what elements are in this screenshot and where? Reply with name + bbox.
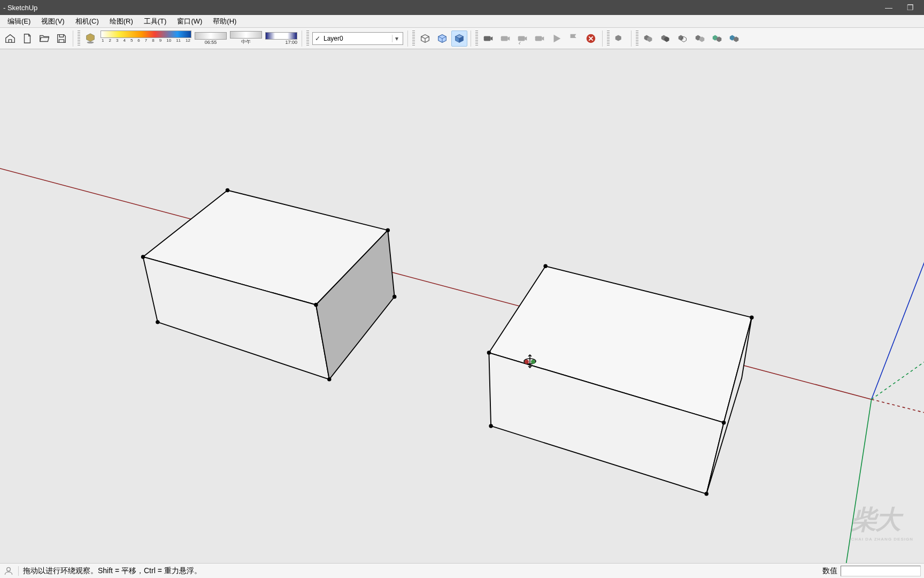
solid-union-button[interactable] — [641, 31, 657, 47]
svg-point-19 — [487, 351, 491, 354]
solid-split-icon — [711, 33, 723, 44]
chevron-down-icon: ▾ — [392, 35, 401, 42]
play-icon — [551, 33, 563, 44]
solid-outer-icon — [728, 33, 740, 44]
scene-add-button[interactable] — [480, 31, 496, 47]
value-input[interactable] — [841, 566, 921, 576]
status-hint: 拖动以进行环绕观察。Shift = 平移，Ctrl = 重力悬浮。 — [18, 566, 822, 576]
cube-transparent-icon — [436, 33, 448, 44]
solid-union-icon — [643, 33, 654, 44]
toolbar: 123456789101112 06:55 中午 17:00 ✓ Layer0 … — [0, 28, 924, 49]
camera-next-icon — [534, 33, 545, 44]
solid-subtract-button[interactable] — [675, 31, 691, 47]
svg-point-28 — [7, 567, 11, 571]
solid-intersect-icon — [660, 33, 672, 44]
solid-trim-button[interactable] — [692, 31, 708, 47]
shadow-time-end[interactable]: 17:00 — [265, 32, 297, 45]
scene-update-button[interactable] — [497, 31, 513, 47]
shadow-time-start[interactable]: 06:55 — [195, 32, 227, 45]
folder-open-icon — [38, 33, 50, 44]
axis-blue — [872, 253, 924, 399]
camera-prev-icon — [517, 33, 528, 44]
layer-selected-label: Layer0 — [324, 35, 392, 42]
camera-icon — [482, 33, 494, 44]
svg-point-22 — [722, 421, 726, 424]
statusbar: 拖动以进行环绕观察。Shift = 平移，Ctrl = 重力悬浮。 数值 — [0, 563, 924, 578]
menu-camera[interactable]: 相机(C) — [70, 16, 104, 27]
cube-outline-icon — [419, 33, 431, 44]
axis-red-neg — [872, 399, 924, 423]
open-file-button[interactable] — [36, 31, 52, 47]
save-file-button[interactable] — [53, 31, 70, 47]
viewport-3d[interactable]: 柴大 CHAI DA ZHANG DESIGN — [0, 49, 924, 563]
svg-point-15 — [392, 295, 396, 299]
shadow-toggle-button[interactable] — [82, 31, 98, 47]
minimize-button[interactable]: — — [878, 0, 899, 15]
delete-icon — [585, 33, 597, 44]
solid-trim-icon — [694, 33, 706, 44]
scene-next-button[interactable] — [532, 31, 548, 47]
file-new-icon — [21, 33, 33, 44]
model-box-left[interactable] — [141, 188, 397, 382]
menu-edit[interactable]: 编辑(E) — [2, 16, 36, 27]
box-group-icon — [614, 33, 626, 44]
svg-point-12 — [314, 303, 318, 307]
new-file-button[interactable] — [19, 31, 35, 47]
axis-green — [845, 399, 872, 563]
svg-point-13 — [156, 320, 159, 324]
shadow-icon — [84, 33, 96, 44]
svg-point-14 — [327, 377, 331, 381]
svg-rect-3 — [518, 36, 525, 41]
cube-solid-icon — [453, 33, 465, 44]
maximize-button[interactable]: ❐ — [899, 0, 921, 15]
model-box-right[interactable] — [487, 264, 754, 496]
svg-rect-2 — [501, 36, 508, 41]
shaded-view-button[interactable] — [451, 31, 467, 47]
shadow-time-noon[interactable]: 中午 — [230, 31, 262, 45]
user-icon — [3, 566, 14, 576]
svg-point-10 — [226, 188, 229, 192]
xray-view-button[interactable] — [434, 31, 450, 47]
svg-rect-1 — [484, 36, 491, 41]
scene-delete-button[interactable] — [583, 31, 599, 47]
svg-point-20 — [543, 264, 547, 268]
titlebar: - SketchUp — ❐ — [0, 0, 924, 15]
check-icon: ✓ — [315, 35, 320, 42]
svg-point-23 — [489, 424, 492, 428]
solid-outer-button[interactable] — [726, 31, 742, 47]
solid-split-button[interactable] — [709, 31, 725, 47]
menu-view[interactable]: 视图(V) — [36, 16, 70, 27]
window-title: - SketchUp — [3, 4, 878, 12]
value-label: 数值 — [822, 566, 837, 576]
component-button[interactable] — [612, 31, 628, 47]
layer-dropdown[interactable]: ✓ Layer0 ▾ — [312, 32, 403, 45]
save-icon — [56, 33, 67, 44]
svg-point-21 — [750, 315, 753, 319]
solid-intersect-button[interactable] — [658, 31, 674, 47]
svg-point-9 — [141, 255, 145, 258]
menu-help[interactable]: 帮助(H) — [207, 16, 242, 27]
menu-tools[interactable]: 工具(T) — [138, 16, 172, 27]
menu-draw[interactable]: 绘图(R) — [104, 16, 138, 27]
home-view-button[interactable] — [2, 31, 18, 47]
svg-point-0 — [87, 41, 94, 43]
home-icon — [4, 33, 16, 44]
solid-subtract-icon — [677, 33, 689, 44]
shadow-date-slider[interactable]: 123456789101112 — [101, 31, 191, 47]
scene-prev-button[interactable] — [514, 31, 530, 47]
flag-icon — [568, 33, 580, 44]
svg-rect-4 — [535, 36, 542, 41]
axis-green-neg — [872, 338, 924, 399]
menu-window[interactable]: 窗口(W) — [172, 16, 207, 27]
iso-view-button[interactable] — [417, 31, 433, 47]
scene-flag-button[interactable] — [566, 31, 582, 47]
svg-point-24 — [704, 492, 708, 496]
camera-refresh-icon — [499, 33, 511, 44]
scene-play-button[interactable] — [549, 31, 565, 47]
menubar: 编辑(E) 视图(V) 相机(C) 绘图(R) 工具(T) 窗口(W) 帮助(H… — [0, 15, 924, 28]
svg-point-11 — [386, 228, 390, 232]
